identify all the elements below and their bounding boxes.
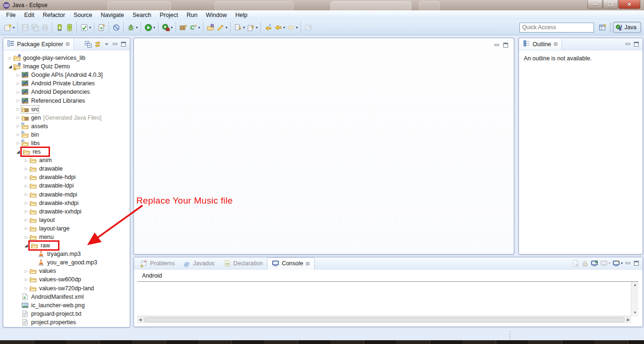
pin-editor-button[interactable] xyxy=(303,23,313,33)
expand-icon[interactable]: ▷ xyxy=(15,82,21,86)
expand-icon[interactable]: ▷ xyxy=(15,115,21,120)
tab-console[interactable]: Console⊠ xyxy=(267,257,315,270)
tree-item-android-dependencies[interactable]: ▷Android Dependencies xyxy=(3,88,130,96)
forward-button[interactable]: ▾ xyxy=(286,23,299,33)
scroll-left-icon[interactable]: ◀ xyxy=(139,318,142,322)
tab-problems[interactable]: Problems xyxy=(136,258,179,269)
new-wizard-button[interactable]: ▾ xyxy=(3,23,16,33)
menu-run[interactable]: Run xyxy=(182,11,201,19)
expand-icon[interactable]: ▷ xyxy=(23,201,29,205)
close-icon[interactable]: ⊠ xyxy=(553,41,558,47)
expand-icon[interactable]: ▷ xyxy=(15,141,21,145)
menu-source[interactable]: Source xyxy=(69,11,97,19)
console-output[interactable]: ▲ ▼ ◀ ▶ xyxy=(137,282,638,323)
tree-item-gen[interactable]: ▷gen[Generated Java Files] xyxy=(3,114,130,122)
dropdown-arrow-icon[interactable]: ▾ xyxy=(256,25,258,30)
minimize-button[interactable] xyxy=(625,41,631,48)
menu-help[interactable]: Help xyxy=(231,11,252,19)
dropdown-arrow-icon[interactable]: ▾ xyxy=(226,25,227,30)
menu-window[interactable]: Window xyxy=(201,11,231,19)
save-all-button[interactable] xyxy=(30,23,40,33)
vertical-scrollbar[interactable]: ▲ ▼ xyxy=(631,282,638,316)
menu-navigate[interactable]: Navigate xyxy=(97,11,128,19)
display-console-button[interactable]: ▾ xyxy=(600,260,611,267)
close-icon[interactable]: ⊠ xyxy=(66,41,70,47)
expand-icon[interactable]: ▷ xyxy=(23,235,29,239)
horizontal-scrollbar[interactable]: ◀ ▶ xyxy=(137,316,631,323)
dropdown-arrow-icon[interactable]: ▾ xyxy=(136,25,138,30)
expand-icon[interactable]: ▷ xyxy=(7,56,13,60)
tree-item-src[interactable]: ▷src xyxy=(3,105,130,114)
tree-item-bin[interactable]: ▷bin xyxy=(3,131,130,139)
title-bar[interactable]: Java - Eclipse — ❐ ✕ xyxy=(0,0,644,10)
tree-item-anim[interactable]: ▷anim xyxy=(3,156,130,164)
tree-item-androidmanifest-xml[interactable]: aAndroidManifest.xml xyxy=(3,293,130,301)
open-perspective-button[interactable] xyxy=(598,23,608,33)
tree-item-referenced-libraries[interactable]: ▷Referenced Libraries xyxy=(3,96,130,105)
tree-item-ic-launcher-web-png[interactable]: ic_launcher-web.png xyxy=(3,301,130,310)
clear-console-button[interactable] xyxy=(572,260,579,267)
tree-item-drawable-mdpi[interactable]: ▷drawable-mdpi xyxy=(3,190,130,199)
new-java-project-button[interactable] xyxy=(178,23,188,33)
dropdown-arrow-icon[interactable]: ▾ xyxy=(296,25,298,30)
expand-icon[interactable]: ▷ xyxy=(15,90,21,94)
dropdown-arrow-icon[interactable]: ▾ xyxy=(89,25,91,30)
dropdown-arrow-icon[interactable]: ▾ xyxy=(609,261,611,265)
tree-item-image-quiz-demo[interactable]: ◢Image Quiz Demo xyxy=(3,62,130,71)
last-edit-location-button[interactable] xyxy=(263,23,273,33)
java-search-button[interactable]: ▾ xyxy=(216,23,228,33)
tree-item-google-apis-android-4-0-3-[interactable]: ▷Google APIs [Android 4.0.3] xyxy=(3,71,130,79)
minimize-window-button[interactable]: — xyxy=(587,0,602,9)
android-virtual-device-manager-button[interactable] xyxy=(65,23,75,33)
tree-item-raw[interactable]: ◢raw xyxy=(3,241,130,250)
tree-item-values-sw600dp[interactable]: ▷values-sw600dp xyxy=(3,275,130,284)
close-window-button[interactable]: ✕ xyxy=(619,0,640,9)
dropdown-arrow-icon[interactable]: ▾ xyxy=(243,25,245,30)
tab-javadoc[interactable]: @Javadoc xyxy=(179,258,219,269)
minimize-button[interactable] xyxy=(112,41,118,48)
ddms-capture-button[interactable] xyxy=(111,23,121,33)
tree-item-drawable-xxhdpi[interactable]: ▷drawable-xxhdpi xyxy=(3,207,130,216)
new-android-app-button[interactable]: a xyxy=(97,23,107,33)
open-console-button[interactable]: ▾ xyxy=(612,260,623,267)
tree-item-menu[interactable]: ▷menu xyxy=(3,233,130,241)
tab-package-explorer[interactable]: Package Explorer ⊠ xyxy=(3,38,74,50)
scroll-down-icon[interactable]: ▼ xyxy=(633,311,637,315)
save-button[interactable] xyxy=(20,23,30,33)
print-button[interactable] xyxy=(40,23,50,33)
scroll-lock-button[interactable] xyxy=(581,260,589,267)
expand-icon[interactable]: ▷ xyxy=(23,286,29,290)
maximize-button[interactable] xyxy=(120,41,127,48)
tab-declaration[interactable]: Declaration xyxy=(219,258,268,269)
tree-item-assets[interactable]: ▷assets xyxy=(3,122,130,131)
tree-item-layout[interactable]: ▷layout xyxy=(3,216,130,224)
expand-icon[interactable]: ▷ xyxy=(15,73,21,77)
lint-button[interactable]: ▾ xyxy=(79,23,92,33)
close-icon[interactable]: ⊠ xyxy=(306,261,310,267)
run-external-button[interactable]: ▾ xyxy=(161,23,174,33)
dropdown-arrow-icon[interactable]: ▾ xyxy=(153,25,155,30)
restore-window-button[interactable]: ❐ xyxy=(603,0,618,9)
tree-item-google-play-services-lib[interactable]: ▷Jgoogle-play-services_lib xyxy=(3,54,130,62)
tree-item-you-are-good-mp3[interactable]: you_are_good.mp3 xyxy=(3,258,130,267)
view-menu-button[interactable] xyxy=(103,41,110,48)
scrollbar-thumb[interactable] xyxy=(144,317,625,322)
link-with-editor-button[interactable] xyxy=(94,41,101,48)
expand-icon[interactable]: ▷ xyxy=(23,269,29,273)
expand-icon[interactable]: ▷ xyxy=(23,218,29,222)
tree-item-values-sw720dp-land[interactable]: ▷values-sw720dp-land xyxy=(3,284,130,293)
maximize-button[interactable] xyxy=(633,260,640,267)
menu-refactor[interactable]: Refactor xyxy=(39,11,69,19)
expand-icon[interactable]: ▷ xyxy=(23,278,29,282)
tree-item-drawable-xhdpi[interactable]: ▷drawable-xhdpi xyxy=(3,199,130,207)
scroll-up-icon[interactable]: ▲ xyxy=(633,283,637,287)
collapse-icon[interactable]: ◢ xyxy=(7,64,13,69)
menu-project[interactable]: Project xyxy=(156,11,183,19)
tree-item-res[interactable]: ◢res xyxy=(3,147,130,156)
tree-item-drawable-ldpi[interactable]: ▷drawable-ldpi xyxy=(3,181,130,190)
tree-item-proguard-project-txt[interactable]: proguard-project.txt xyxy=(3,310,130,318)
menu-edit[interactable]: Edit xyxy=(20,11,39,19)
expand-icon[interactable]: ▷ xyxy=(23,192,29,197)
scroll-right-icon[interactable]: ▶ xyxy=(627,318,630,322)
dropdown-arrow-icon[interactable]: ▾ xyxy=(198,25,200,30)
